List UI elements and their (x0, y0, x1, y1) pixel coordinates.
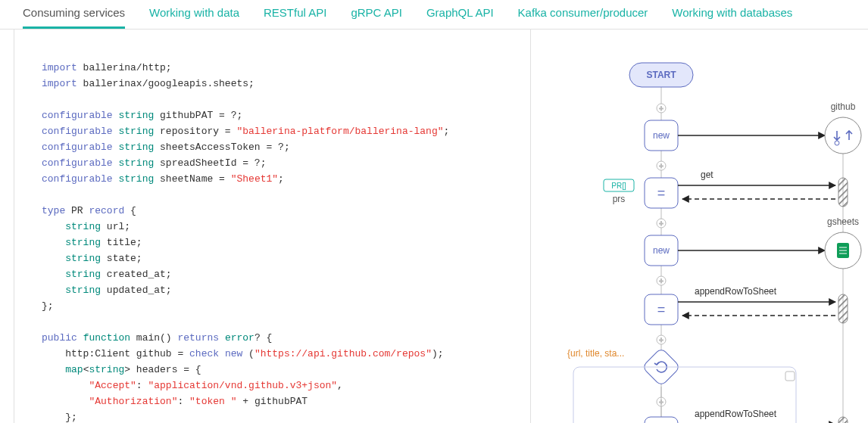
prs-var-text: prs (613, 194, 626, 204)
code-text: ); (432, 348, 444, 359)
code-text: main() (130, 332, 177, 344)
kw-returns: returns (177, 332, 219, 344)
code-text: PR (65, 205, 89, 216)
code-text: sheetName = (154, 173, 230, 185)
code-text: url; (101, 221, 130, 232)
code-text: githubPAT = ?; (154, 110, 242, 121)
code-text: ballerinax/googleapis.sheets; (77, 78, 254, 89)
code-text: : (136, 380, 148, 391)
code-string: "https://api.github.com/repos" (254, 348, 432, 359)
code-pane[interactable]: import ballerina/http; import ballerinax… (14, 30, 531, 423)
kw-configurable: configurable (42, 173, 113, 185)
kw-configurable: configurable (42, 157, 113, 169)
code-text: + githubPAT (236, 396, 308, 407)
kw-string: string (65, 269, 101, 280)
gsheets-label: gsheets (827, 216, 859, 227)
tab-graphql-api[interactable]: GraphQL API (426, 6, 494, 29)
prs-type-text: PR[] (611, 182, 626, 190)
kw-configurable: configurable (42, 142, 113, 153)
start-label: START (646, 70, 676, 80)
code-text: ballerina/http; (77, 62, 172, 73)
assign-label-1: = (657, 185, 666, 201)
kw-new: new (225, 348, 242, 359)
append-label-1: appendRowToSheet (695, 286, 777, 297)
github-label: github (831, 101, 856, 112)
activation-bar-3 (838, 417, 848, 423)
kw-error: error (225, 332, 254, 344)
kw-string: string (65, 237, 101, 248)
code-text: > headers = { (124, 364, 201, 375)
tab-working-with-data[interactable]: Working with data (149, 6, 239, 29)
get-label: get (701, 170, 713, 180)
svg-text:+: + (659, 336, 663, 344)
code-text: title; (101, 237, 142, 248)
activation-bar-1 (838, 178, 848, 207)
code-string: "Authorization" (89, 396, 177, 407)
kw-import: import (42, 78, 77, 89)
diagram-pane[interactable]: + + + + + + START new github (531, 30, 868, 423)
code-text: ( (242, 348, 254, 359)
loop-iter-label: {url, title, sta... (567, 348, 624, 359)
tab-grpc-api[interactable]: gRPC API (351, 6, 402, 29)
code-text: }; (42, 412, 77, 423)
kw-string: string (118, 126, 154, 137)
kw-function: function (83, 332, 130, 344)
code-text: ; (444, 126, 450, 137)
kw-string: string (65, 285, 101, 296)
code-string: "application/vnd.github.v3+json" (148, 380, 337, 391)
code-string: "token " (189, 396, 236, 407)
kw-string: string (118, 110, 154, 121)
kw-map: map (65, 364, 83, 375)
code-text: : (177, 396, 189, 407)
new-label-2: new (653, 245, 670, 256)
content-area: import ballerina/http; import ballerinax… (0, 30, 868, 423)
github-endpoint[interactable] (825, 117, 861, 154)
svg-text:+: + (659, 219, 663, 228)
svg-text:+: + (659, 277, 663, 285)
svg-text:+: + (659, 104, 663, 113)
tab-restful-api[interactable]: RESTful API (264, 6, 326, 29)
code-text: }; (42, 300, 54, 312)
svg-text:+: + (659, 162, 663, 170)
kw-import: import (42, 62, 77, 73)
code-text: ; (278, 173, 284, 185)
kw-configurable: configurable (42, 126, 113, 137)
append-label-2: appendRowToSheet (695, 409, 777, 419)
assign-label-2: = (657, 302, 666, 317)
tab-kafka[interactable]: Kafka consumer/producer (518, 6, 648, 29)
tab-bar: Consuming services Working with data RES… (0, 0, 868, 30)
code-text: sheetsAccessToken = ?; (154, 142, 289, 153)
kw-configurable: configurable (42, 110, 113, 121)
collapse-icon[interactable] (785, 372, 795, 381)
code-text: { (124, 205, 136, 216)
kw-string: string (118, 157, 154, 169)
code-text: created_at; (101, 269, 172, 280)
tab-databases[interactable]: Working with databases (672, 6, 792, 29)
code-text: http:Client github = (42, 348, 189, 359)
code-string: "ballerina-platform/ballerina-lang" (236, 126, 443, 137)
code-text: state; (101, 253, 142, 264)
assign-node-3[interactable] (645, 417, 678, 423)
code-text: spreadSheetId = ?; (154, 157, 266, 169)
code-string: "Accept" (89, 380, 136, 391)
kw-record: record (89, 205, 124, 216)
kw-string: string (89, 364, 124, 375)
kw-check: check (189, 348, 219, 359)
code-string: "Sheet1" (231, 173, 278, 185)
kw-public: public (42, 332, 77, 344)
activation-bar-2 (838, 294, 848, 323)
kw-string: string (118, 142, 154, 153)
kw-string: string (118, 173, 154, 185)
code-text: updated_at; (101, 285, 172, 296)
new-label-1: new (653, 130, 670, 141)
flow-diagram-svg: + + + + + + START new github (531, 30, 868, 423)
code-text: , (337, 380, 343, 391)
kw-type: type (42, 205, 65, 216)
kw-string: string (65, 253, 101, 264)
tab-consuming-services[interactable]: Consuming services (23, 6, 125, 29)
code-text: ? { (254, 332, 272, 344)
code-text: repository = (154, 126, 236, 137)
kw-string: string (65, 221, 101, 232)
